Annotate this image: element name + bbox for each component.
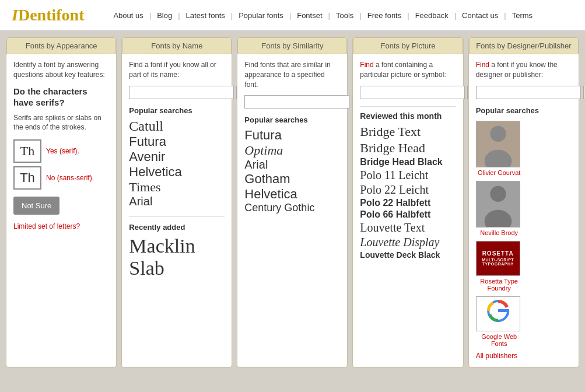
reviewed-bridge-text[interactable]: Bridge Text bbox=[360, 124, 421, 139]
by-similarity-popular-list: Futura Optima Arial Gotham Helvetica Cen… bbox=[244, 128, 340, 214]
by-name-card-title: Fonts by Name bbox=[122, 37, 232, 54]
nav-feedback[interactable]: Feedback bbox=[409, 11, 454, 20]
designer-item-neville: Neville Brody bbox=[476, 181, 523, 236]
header: IDentifont About us | Blog | Latest font… bbox=[0, 0, 585, 31]
font-link-times[interactable]: Times bbox=[129, 180, 160, 194]
by-designer-desc-link[interactable]: Find bbox=[476, 61, 489, 69]
by-name-popular-title: Popular searches bbox=[129, 106, 225, 115]
by-designer-card: Fonts by Designer/Publisher Find a font … bbox=[468, 37, 579, 368]
google-g-svg bbox=[484, 296, 513, 326]
reviewed-bridge-black[interactable]: Bridge Head Black bbox=[360, 157, 442, 167]
list-item: Polo 66 Halbfett bbox=[360, 209, 456, 220]
serif-yes-link[interactable]: Yes (serif). bbox=[46, 147, 79, 155]
rosetta-logo: ROSETTA MULTI-SCRIPT TYPOGRAPHY bbox=[476, 241, 520, 276]
serif-no-label: No (sans-serif). bbox=[46, 174, 94, 182]
nav-blog[interactable]: Blog bbox=[151, 11, 178, 20]
list-item: Catull bbox=[129, 118, 225, 134]
by-picture-desc-link[interactable]: Find bbox=[360, 61, 373, 69]
by-picture-search-input[interactable] bbox=[360, 86, 465, 99]
sim-font-link-gotham[interactable]: Gotham bbox=[244, 172, 290, 186]
reviewed-title: Reviewed this month bbox=[360, 106, 456, 121]
list-item: Century Gothic bbox=[244, 202, 340, 214]
main-content: Fonts by Appearance Identify a font by a… bbox=[0, 31, 585, 373]
by-designer-go-button[interactable]: Go bbox=[583, 86, 585, 99]
by-designer-search-row: Go bbox=[476, 86, 572, 99]
appearance-card-title: Fonts by Appearance bbox=[6, 37, 116, 54]
designer-link-neville[interactable]: Neville Brody bbox=[476, 229, 523, 236]
reviewed-polo22h[interactable]: Polo 22 Halbfett bbox=[360, 198, 430, 208]
recently-added-section: Recently added Macklin Slab bbox=[129, 216, 225, 279]
nav-popular-fonts[interactable]: Popular fonts bbox=[233, 11, 289, 20]
font-link-helvetica[interactable]: Helvetica bbox=[129, 164, 181, 179]
designer-link-olivier[interactable]: Olivier Gourvat bbox=[476, 169, 523, 176]
font-link-arial[interactable]: Arial bbox=[129, 195, 152, 208]
nav-contact[interactable]: Contact us bbox=[456, 11, 504, 20]
main-nav: About us | Blog | Latest fonts | Popular… bbox=[107, 11, 538, 20]
limited-link[interactable]: Limited set of letters? bbox=[13, 222, 80, 230]
list-item: Polo 11 Leicht bbox=[360, 169, 456, 182]
list-item: Helvetica bbox=[129, 164, 225, 180]
appearance-note: Serifs are spikes or slabs on the ends o… bbox=[13, 113, 109, 133]
nav-latest-fonts[interactable]: Latest fonts bbox=[180, 11, 231, 20]
designer-photo-neville bbox=[476, 181, 520, 228]
nav-free-fonts[interactable]: Free fonts bbox=[362, 11, 408, 20]
list-item: Helvetica bbox=[244, 187, 340, 202]
by-similarity-search-input[interactable] bbox=[244, 95, 349, 108]
rosetta-logo-inner: ROSETTA MULTI-SCRIPT TYPOGRAPHY bbox=[477, 242, 520, 275]
sim-font-link-futura[interactable]: Futura bbox=[244, 128, 282, 142]
nav-about[interactable]: About us bbox=[107, 11, 149, 20]
designer-item-olivier: Olivier Gourvat bbox=[476, 121, 523, 176]
reviewed-polo11[interactable]: Polo 11 Leicht bbox=[360, 169, 428, 181]
serif-yes-label: Yes (serif). bbox=[46, 147, 79, 155]
appearance-card: Fonts by Appearance Identify a font by a… bbox=[6, 37, 117, 368]
serif-no-box: Th bbox=[13, 166, 41, 190]
nav-tools[interactable]: Tools bbox=[330, 11, 359, 20]
list-item: Times bbox=[129, 180, 225, 195]
reviewed-bridge-head[interactable]: Bridge Head bbox=[360, 141, 425, 155]
sim-font-link-arial[interactable]: Arial bbox=[244, 158, 268, 171]
sim-font-link-helvetica[interactable]: Helvetica bbox=[244, 187, 297, 201]
list-item: Louvette Text bbox=[360, 221, 456, 235]
by-similarity-card: Fonts by Similarity Find fonts that are … bbox=[237, 37, 348, 368]
by-name-popular-list: Catull Futura Avenir Helvetica Times Ari… bbox=[129, 118, 225, 208]
reviewed-louvette-deck[interactable]: Louvette Deck Black bbox=[360, 250, 440, 260]
font-link-futura[interactable]: Futura bbox=[129, 134, 166, 149]
designer-item-rosetta: ROSETTA MULTI-SCRIPT TYPOGRAPHY Rosetta … bbox=[476, 241, 523, 292]
serif-options: Th Yes (serif). Th No (sans-serif). bbox=[13, 139, 109, 190]
by-similarity-desc: Find fonts that are similar in appearanc… bbox=[244, 60, 340, 89]
list-item: Louvette Display bbox=[360, 236, 456, 249]
recently-added-font[interactable]: Macklin Slab bbox=[129, 235, 225, 279]
font-link-avenir[interactable]: Avenir bbox=[129, 149, 165, 164]
google-logo-inner bbox=[477, 297, 520, 331]
not-sure-button[interactable]: Not Sure bbox=[13, 197, 59, 215]
by-designer-desc: Find a font if you know the designer or … bbox=[476, 60, 572, 80]
reviewed-louvette-display[interactable]: Louvette Display bbox=[360, 236, 439, 249]
designer-photo-olivier bbox=[476, 121, 520, 167]
all-publishers-link[interactable]: All publishers bbox=[476, 352, 572, 360]
svg-point-1 bbox=[490, 125, 506, 141]
font-link-catull[interactable]: Catull bbox=[129, 118, 163, 134]
nav-fontset[interactable]: Fontset bbox=[291, 11, 328, 20]
serif-no-link[interactable]: No (sans-serif). bbox=[46, 174, 94, 182]
list-item: Bridge Head bbox=[360, 141, 456, 156]
logo-rest: Dentifont bbox=[18, 6, 85, 24]
designer-link-rosetta[interactable]: Rosetta Type Foundry bbox=[476, 278, 523, 292]
by-name-desc: Find a font if you know all or part of i… bbox=[129, 60, 225, 80]
by-similarity-search-row: Go bbox=[244, 95, 340, 108]
appearance-desc: Identify a font by answering questions a… bbox=[13, 60, 109, 80]
google-g bbox=[484, 296, 513, 331]
list-item: Polo 22 Halbfett bbox=[360, 198, 456, 208]
sim-font-link-optima[interactable]: Optima bbox=[244, 143, 283, 158]
logo[interactable]: IDentifont bbox=[12, 6, 84, 24]
designer-link-google[interactable]: Google Web Fonts bbox=[476, 333, 523, 347]
nav-terms[interactable]: Terms bbox=[506, 11, 538, 20]
by-designer-search-input[interactable] bbox=[476, 86, 581, 99]
reviewed-louvette-text[interactable]: Louvette Text bbox=[360, 221, 425, 234]
appearance-question: Do the characters have serifs? bbox=[13, 86, 109, 108]
by-name-search-input[interactable] bbox=[129, 86, 234, 99]
list-item: Futura bbox=[129, 134, 225, 149]
reviewed-polo66h[interactable]: Polo 66 Halbfett bbox=[360, 209, 430, 219]
sim-font-link-century[interactable]: Century Gothic bbox=[244, 202, 314, 214]
reviewed-polo22[interactable]: Polo 22 Leicht bbox=[360, 183, 429, 196]
by-picture-card-title: Fonts by Picture bbox=[353, 37, 463, 54]
